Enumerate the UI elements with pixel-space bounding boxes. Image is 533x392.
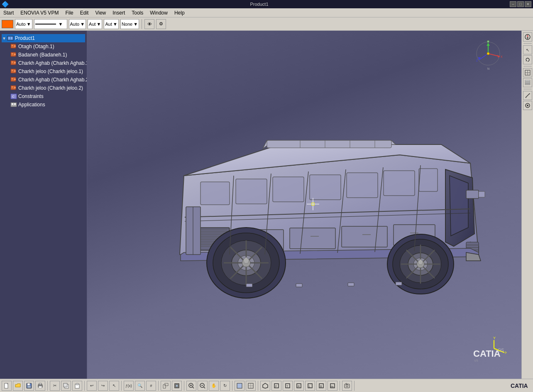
view-magic-button[interactable] [523, 68, 532, 77]
wireframe-button[interactable] [246, 381, 256, 391]
tree-item-constraints[interactable]: C Constraints [2, 92, 85, 100]
bottom-view-button[interactable]: B [316, 381, 326, 391]
select-button[interactable]: ↖ [109, 381, 119, 391]
svg-rect-19 [12, 86, 13, 88]
svg-line-117 [479, 54, 488, 60]
cut-button[interactable]: ✂ [50, 381, 60, 391]
tree-item-badaneh[interactable]: Badaneh (Badaneh.1) [2, 51, 85, 59]
menu-window[interactable]: Window [147, 8, 171, 17]
viewport-cursor [307, 198, 319, 212]
rotation-button[interactable] [523, 55, 532, 64]
menu-enovia[interactable]: ENOVIA V5 VPM [17, 8, 62, 17]
number-button[interactable]: # [146, 381, 156, 391]
tree-item-product1[interactable]: ▼ Product1 [2, 34, 85, 42]
menu-view[interactable]: View [92, 8, 109, 17]
layer1-chevron-icon: ▼ [97, 22, 101, 27]
tree-item-charkh-jeloo2[interactable]: Charkh jeloo (Charkh jeloo.2) [2, 84, 85, 92]
none-dropdown[interactable]: None ▼ [120, 19, 139, 29]
maximize-button[interactable]: □ [517, 1, 524, 7]
top-view-button[interactable]: T [283, 381, 293, 391]
iso-view-button[interactable] [260, 381, 270, 391]
save-button[interactable] [24, 381, 34, 391]
left-view-button[interactable]: L [305, 381, 315, 391]
measure-button[interactable] [523, 91, 532, 100]
multi-select-button[interactable] [161, 381, 171, 391]
linetype-dropdown[interactable]: ▼ [34, 19, 67, 29]
object-select-button[interactable] [172, 381, 182, 391]
svg-rect-159 [64, 383, 67, 387]
menu-tools[interactable]: Tools [128, 8, 147, 17]
svg-marker-31 [450, 176, 468, 236]
svg-text:R: R [298, 385, 300, 388]
eye-icon: 👁 [147, 22, 152, 27]
zoom-out-button[interactable] [198, 381, 208, 391]
toolbar: Auto ▼ ▼ Auto ▼ Aut ▼ Aut ▼ None ▼ 👁 ⚙ [0, 17, 533, 31]
snap-button[interactable] [523, 101, 532, 110]
tree-item-applications[interactable]: Applications [2, 100, 85, 109]
tree-item-otagh[interactable]: Otagh (Otagh.1) [2, 42, 85, 51]
svg-point-17 [14, 78, 16, 80]
rotate-view-button[interactable]: ↻ [220, 381, 230, 391]
minimize-button[interactable]: – [510, 1, 516, 7]
paste-button[interactable] [72, 381, 82, 391]
formula-button[interactable]: ƒ(x) [124, 381, 134, 391]
zoom-in-button[interactable] [186, 381, 196, 391]
tree-panel: ▼ Product1 Otagh (Otagh.1) [0, 31, 87, 379]
viewport[interactable]: x y z N X Y CATIA DS [87, 31, 521, 379]
tree-item-charkh-jeloo1[interactable]: Charkh jeloo (Charkh jeloo.1) [2, 67, 85, 76]
bottom-toolbar: ✂ ↩ ↪ ↖ ƒ(x) 🔍 # ✋ ↻ F T R L [0, 379, 533, 392]
bottom-sep4 [158, 381, 159, 391]
svg-rect-41 [236, 179, 267, 204]
menu-edit[interactable]: Edit [77, 8, 92, 17]
front-view-button[interactable]: F [271, 381, 281, 391]
compass-button[interactable] [523, 32, 532, 42]
bottom-sep5 [184, 381, 184, 391]
color-swatch[interactable] [2, 20, 13, 28]
product-icon [7, 35, 14, 42]
tree-item-charkh-aghab2[interactable]: Charkh Aghab (Charkh Aghab.2) [2, 76, 85, 84]
layer2-dropdown[interactable]: Aut ▼ [104, 19, 118, 29]
layer-button[interactable] [523, 78, 532, 87]
tree-label-charkh-jeloo1: Charkh jeloo (Charkh jeloo.1) [18, 69, 83, 74]
lineweight-dropdown[interactable]: Auto ▼ [69, 19, 86, 29]
search-button[interactable]: 🔍 [135, 381, 145, 391]
svg-text:Bk: Bk [331, 385, 334, 388]
svg-rect-2 [11, 37, 12, 39]
copy-button[interactable] [61, 381, 71, 391]
svg-point-20 [14, 87, 16, 88]
view-toolbar-btn[interactable]: 👁 [144, 19, 154, 29]
layer1-dropdown[interactable]: Aut ▼ [88, 19, 102, 29]
color-dropdown[interactable]: Auto ▼ [15, 19, 32, 29]
open-button[interactable] [13, 381, 23, 391]
new-button[interactable] [2, 381, 12, 391]
none-label: None [122, 22, 132, 27]
application-icon [10, 101, 17, 108]
pointer-button[interactable]: ↖ [523, 45, 532, 54]
render-toolbar-btn[interactable]: ⚙ [156, 19, 166, 29]
menu-insert[interactable]: Insert [109, 8, 128, 17]
svg-marker-177 [263, 383, 268, 388]
layer2-chevron-icon: ▼ [113, 22, 117, 27]
shading-button[interactable] [235, 381, 244, 391]
back-view-button[interactable]: Bk [328, 381, 337, 391]
menu-file[interactable]: File [62, 8, 76, 17]
screenshot-button[interactable] [342, 381, 352, 391]
svg-point-14 [14, 70, 16, 72]
undo-button[interactable]: ↩ [87, 381, 97, 391]
part-icon-badaneh [10, 51, 17, 58]
svg-point-149 [527, 105, 528, 106]
menu-help[interactable]: Help [171, 8, 188, 17]
expand-icon-applications [5, 102, 10, 107]
pan-button[interactable]: ✋ [209, 381, 219, 391]
lineweight-chevron-icon: ▼ [80, 22, 85, 27]
menu-start[interactable]: Start [0, 8, 17, 17]
redo-button[interactable]: ↪ [98, 381, 108, 391]
tree-item-charkh-aghab1[interactable]: Charkh Aghab (Charkh Aghab.1) [2, 59, 85, 67]
svg-text:x: x [501, 54, 503, 59]
right-view-button[interactable]: R [294, 381, 304, 391]
print-button[interactable] [35, 381, 45, 391]
svg-rect-144 [525, 80, 530, 81]
close-button[interactable]: ✕ [525, 1, 531, 7]
svg-line-145 [526, 93, 530, 98]
svg-rect-43 [310, 175, 341, 200]
